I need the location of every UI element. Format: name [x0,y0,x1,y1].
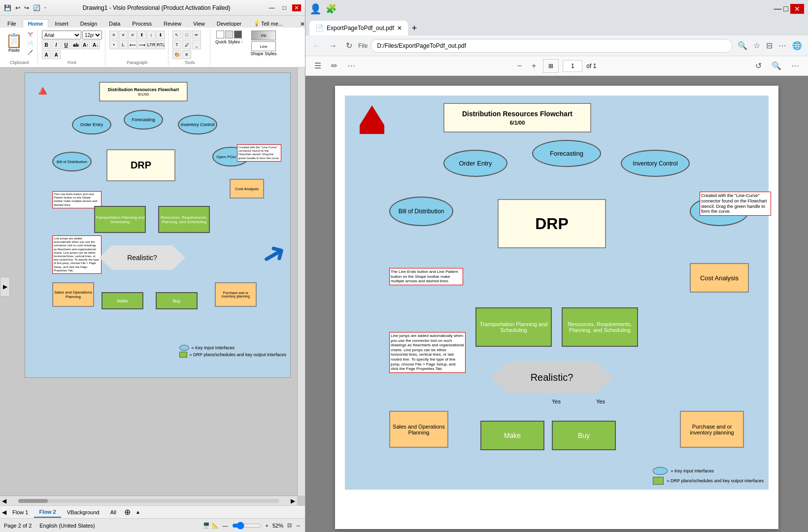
italic-button[interactable]: I [52,40,61,49]
page-tab-all[interactable]: All [105,507,121,518]
fit-page-btn[interactable]: ⊡ [287,522,292,529]
ltr-button[interactable]: LTR [147,40,156,49]
pdf-browser-tab[interactable]: 📄 ExportPageToPdf_out.pdf ✕ [309,21,408,35]
add-page-btn[interactable]: ⊕ [122,507,133,517]
decrease-font-button[interactable]: A↓ [91,40,100,49]
fit-width-btn[interactable]: ↔ [296,523,301,529]
forward-button[interactable]: → [326,39,340,52]
browser-menu-button[interactable]: ⋯ [776,39,788,52]
tab-insert[interactable]: Insert [49,19,74,28]
align-center-button[interactable]: ≡ [119,31,128,39]
redo-icon[interactable]: ↪ [24,4,29,11]
browser-maximize-button[interactable]: □ [783,4,788,14]
indent-decrease-button[interactable]: ⟵ [128,40,137,49]
tab-design[interactable]: Design [75,19,102,28]
indent-increase-button[interactable]: ⟶ [137,40,146,49]
profile-icon[interactable]: 👤 [309,3,322,15]
paste-button[interactable]: 📋 Paste [4,33,24,54]
undo-icon[interactable]: ↩ [15,4,20,11]
address-input[interactable] [370,39,733,53]
zoom-decrease-btn[interactable]: — [223,523,228,529]
draw-tool-button[interactable]: ✏ [328,59,340,72]
copy-button[interactable]: 📄 [26,39,34,47]
zoom-slider[interactable] [232,522,262,530]
stroke-tool[interactable]: _ [192,40,201,49]
tab-developer[interactable]: Developer [211,19,247,28]
more-tools-button[interactable]: ⋯ [344,59,358,72]
new-tab-button[interactable]: + [410,21,419,35]
page-view-btn[interactable]: ⊞ [543,59,559,73]
style-swatch-1[interactable] [216,31,224,38]
canvas-area[interactable]: ▶ 🔺 Distribution Resources Flowchart 6/1… [0,67,305,505]
font-name-select[interactable]: Arial [42,31,81,39]
rtl-button[interactable]: RTL [156,40,165,49]
tab-view[interactable]: View [188,19,210,28]
align-right-button[interactable]: ≡ [128,31,137,39]
pointer-tool[interactable]: ↖ [172,31,181,39]
tab-file[interactable]: File [2,19,22,28]
strikethrough-button[interactable]: ab [71,40,80,49]
pdf-content-area[interactable]: Distribution Resources Flowchart 6/1/00 … [305,76,808,532]
favorites-button[interactable]: ☆ [751,39,762,52]
font-size-select[interactable]: 12pt. [82,31,102,39]
align-top-button[interactable]: ⬆ [137,31,146,39]
edge-button[interactable]: 🌐 [790,39,804,52]
format-tool[interactable]: 🎨 [172,50,181,59]
page-tab-flow2[interactable]: Flow 2 [34,507,61,518]
browser-close-button[interactable]: ✕ [790,4,804,14]
format-painter-button[interactable]: 🖌️ [26,48,34,56]
align-left-button[interactable]: ≡ [109,31,118,39]
back-button[interactable]: ← [309,39,323,52]
zoom-increase-btn[interactable]: + [266,523,269,529]
scroll-left-btn[interactable]: ◀ [0,498,8,504]
visio-diagram[interactable]: 🔺 Distribution Resources Flowchart 6/1/0… [25,72,291,378]
zoom-out-button[interactable]: − [514,60,525,72]
close-button[interactable]: ✕ [292,4,301,11]
highlight-button[interactable]: A [52,50,61,59]
rotate-button[interactable]: ↺ [752,59,765,72]
tab-tell-me[interactable]: 💡 Tell me... [248,19,288,28]
increase-font-button[interactable]: A↑ [81,40,90,49]
tab-data[interactable]: Data [103,19,126,28]
sidebar-toggle[interactable]: ▶ [0,277,10,297]
page-tab-flow1[interactable]: Flow 1 [7,507,33,518]
browser-minimize-button[interactable]: — [774,4,781,14]
horizontal-scrollbar[interactable]: ◀ ▶ [0,496,297,505]
text-tool[interactable]: T [172,40,181,49]
underline-button[interactable]: U [62,40,70,49]
scroll-thumb[interactable] [18,499,48,503]
rect-tool[interactable]: □ [182,31,191,39]
extensions-icon[interactable]: 🧩 [326,3,337,14]
align-middle-button[interactable]: ↕ [147,31,156,39]
scroll-tabs-left[interactable]: ◀ [2,509,6,516]
style-swatch-3[interactable] [234,31,242,38]
bold-button[interactable]: B [42,40,51,49]
vertical-scrollbar[interactable] [297,67,305,496]
font-color-button[interactable]: A [42,50,51,59]
tab-home[interactable]: Home [23,19,49,28]
minimize-button[interactable]: — [267,4,277,11]
line-style[interactable]: Line [251,41,276,51]
align-bottom-button[interactable]: ⬇ [156,31,165,39]
pdf-page-input[interactable] [563,60,582,72]
style-swatch-2[interactable] [225,31,233,38]
maximize-button[interactable]: □ [281,4,288,11]
fill-style[interactable]: Fill [251,31,276,40]
pdf-search-button[interactable]: 🔍 [769,59,784,72]
delete-tool[interactable]: ✕ [182,50,191,59]
tab-process[interactable]: Process [127,19,157,28]
sidebar-toggle-button[interactable]: ☰ [311,59,324,72]
pdf-more-button[interactable]: ⋯ [788,59,802,72]
split-view-button[interactable]: ⊟ [764,39,774,52]
tab-close-button[interactable]: ✕ [397,25,402,32]
number-list-button[interactable]: 1. [119,40,128,49]
bullet-button[interactable]: • [109,40,118,49]
page-tab-vbkg[interactable]: VBackground [62,507,104,518]
scroll-right-btn[interactable]: ▶ [289,498,297,504]
zoom-in-button[interactable]: + [529,60,539,72]
fill-tool[interactable]: 🖊 [182,40,191,49]
zoom-in-page-button[interactable]: 🔍 [736,39,749,52]
tab-review[interactable]: Review [158,19,187,28]
cut-button[interactable]: ✂️ [26,31,34,38]
ribbon-close-icon[interactable]: ✕ [300,21,305,28]
